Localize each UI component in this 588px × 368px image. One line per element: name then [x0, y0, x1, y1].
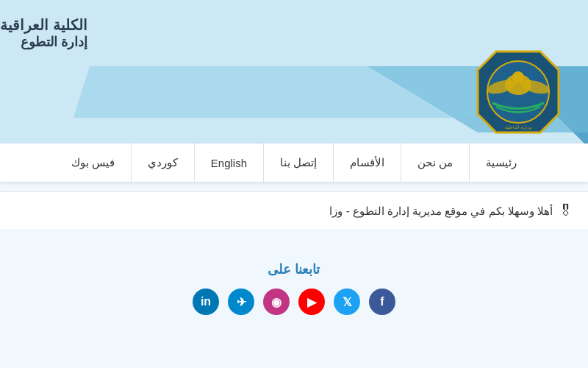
logo-container: وزارة الداخلية	[470, 44, 566, 140]
nav-item-sections[interactable]: الأقسام	[334, 144, 401, 182]
welcome-banner: 🎖 أهلا وسهلا بكم في موقع مديرية إدارة ال…	[0, 191, 588, 230]
title-line1: الكلية العراقية	[0, 16, 87, 34]
nav-item-facebook[interactable]: فيس بوك	[55, 144, 132, 182]
logo-emblem: وزارة الداخلية	[470, 44, 566, 140]
welcome-icon: 🎖	[559, 202, 573, 219]
nav-item-kurdish[interactable]: كوردي	[132, 144, 195, 182]
nav-item-home[interactable]: رئيسية	[470, 144, 533, 182]
site-title: الكلية العراقية إدارة التطوع	[0, 16, 87, 50]
follow-section: تابعنا على f 𝕏 ▶ ◉ ✈ in	[0, 250, 588, 326]
nav-item-english[interactable]: English	[195, 144, 264, 182]
telegram-icon[interactable]: ✈	[228, 289, 254, 315]
linkedin-icon[interactable]: in	[193, 289, 219, 315]
nav-item-contact[interactable]: إتصل بنا	[264, 144, 334, 182]
facebook-icon[interactable]: f	[369, 289, 395, 315]
svg-point-8	[512, 71, 524, 83]
social-icons: f 𝕏 ▶ ◉ ✈ in	[11, 289, 577, 315]
page-wrapper: الكلية العراقية إدارة التطوع وزارة الداخ…	[0, 0, 588, 368]
welcome-text: أهلا وسهلا بكم في موقع مديرية إدارة التط…	[329, 205, 553, 218]
svg-text:وزارة الداخلية: وزارة الداخلية	[505, 125, 531, 130]
instagram-icon[interactable]: ◉	[263, 289, 290, 315]
youtube-icon[interactable]: ▶	[298, 289, 325, 315]
title-line2: إدارة التطوع	[0, 34, 87, 50]
nav-bar: رئيسية من نحن الأقسام إتصل بنا English ك…	[0, 144, 588, 182]
follow-title: تابعنا على	[11, 261, 577, 277]
nav-item-about[interactable]: من نحن	[401, 144, 470, 182]
twitter-icon[interactable]: 𝕏	[334, 289, 360, 315]
